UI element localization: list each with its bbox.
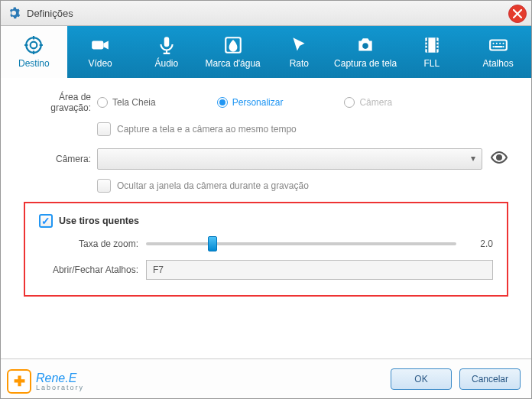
- checkbox-hide-camera[interactable]: [97, 179, 111, 193]
- tab-label: Rato: [290, 59, 309, 69]
- tab-mouse[interactable]: Rato: [266, 26, 332, 78]
- cursor-icon: [289, 34, 309, 56]
- hotshot-frame: Use tiros quentes Taxa de zoom: 2.0 Abri…: [24, 202, 508, 297]
- tab-label: Vídeo: [88, 59, 112, 69]
- camera-icon: [355, 34, 375, 56]
- radio-dot-icon: [97, 97, 108, 108]
- camera-select[interactable]: [97, 148, 482, 170]
- film-icon: [422, 34, 442, 56]
- content-area: Área de gravação: Tela Cheia Personaliza…: [1, 78, 531, 304]
- tab-video[interactable]: Vídeo: [67, 26, 134, 78]
- radio-fullscreen[interactable]: Tela Cheia: [97, 97, 156, 108]
- close-icon: [513, 9, 522, 18]
- brand-logo: Rene.E Laboratory: [7, 369, 84, 394]
- checkbox-capture-both[interactable]: [97, 122, 111, 136]
- watermark-icon: [223, 34, 243, 56]
- hotkey-input[interactable]: [146, 260, 493, 280]
- svg-point-5: [362, 44, 368, 50]
- radio-dot-icon: [344, 97, 355, 108]
- radio-custom[interactable]: Personalizar: [217, 97, 284, 108]
- svg-rect-3: [164, 37, 170, 47]
- svg-rect-2: [92, 41, 103, 50]
- tab-shortcuts[interactable]: Atalhos: [465, 26, 531, 78]
- microphone-icon: [157, 34, 177, 56]
- cancel-button[interactable]: Cancelar: [459, 368, 521, 390]
- tab-label: Marca d'água: [205, 59, 260, 69]
- radio-label: Tela Cheia: [112, 97, 156, 108]
- hotkey-label: Abrir/Fechar Atalhos:: [39, 264, 146, 275]
- radio-label: Câmera: [359, 97, 392, 108]
- close-button[interactable]: [508, 5, 527, 23]
- recording-area-label: Área de gravação:: [24, 92, 97, 113]
- checkbox-use-hotshots-label: Use tiros quentes: [59, 216, 139, 226]
- tab-label: Áudio: [155, 59, 179, 69]
- tab-label: Atalhos: [483, 59, 514, 69]
- svg-point-1: [31, 42, 37, 49]
- settings-window: Definições Destino Vídeo Áudio Marca d'á…: [0, 0, 532, 399]
- video-icon: [90, 34, 110, 56]
- radio-label: Personalizar: [232, 97, 284, 108]
- gear-icon: [7, 6, 21, 20]
- tab-fll[interactable]: FLL: [399, 26, 466, 78]
- svg-rect-7: [490, 41, 507, 50]
- camera-label: Câmera:: [24, 154, 97, 164]
- radio-dot-icon: [217, 97, 228, 108]
- tab-label: Destino: [18, 59, 50, 69]
- brand-badge-icon: [7, 369, 31, 394]
- tab-destino[interactable]: Destino: [1, 26, 67, 78]
- svg-point-0: [27, 38, 42, 54]
- zoom-slider[interactable]: [146, 242, 456, 245]
- ok-button[interactable]: OK: [391, 368, 452, 390]
- tab-watermark[interactable]: Marca d'água: [200, 26, 266, 78]
- tab-label: FLL: [424, 59, 440, 69]
- window-title: Definições: [27, 8, 73, 19]
- brand-sub: Laboratory: [36, 384, 84, 391]
- tab-label: Captura de tela: [334, 59, 397, 69]
- zoom-rate-label: Taxa de zoom:: [39, 238, 146, 249]
- svg-point-8: [497, 155, 501, 160]
- checkbox-capture-both-label: Capture a tela e a câmera ao mesmo tempo: [117, 124, 297, 135]
- slider-thumb-icon[interactable]: [208, 236, 217, 251]
- checkbox-use-hotshots[interactable]: [39, 214, 53, 228]
- zoom-value: 2.0: [466, 238, 493, 249]
- tab-audio[interactable]: Áudio: [134, 26, 200, 78]
- target-icon: [24, 34, 44, 56]
- titlebar: Definições: [1, 1, 531, 26]
- keyboard-icon: [488, 34, 508, 56]
- tab-strip: Destino Vídeo Áudio Marca d'água Rato Ca…: [1, 26, 531, 78]
- radio-camera: Câmera: [344, 97, 392, 108]
- eye-icon[interactable]: [490, 148, 508, 170]
- tab-screenshot[interactable]: Captura de tela: [332, 26, 399, 78]
- brand-name: Rene.E: [36, 371, 76, 384]
- brand-text: Rene.E Laboratory: [36, 372, 84, 391]
- checkbox-hide-camera-label: Ocultar a janela da câmera durante a gra…: [117, 180, 309, 191]
- footer: Rene.E Laboratory OK Cancelar: [1, 358, 531, 398]
